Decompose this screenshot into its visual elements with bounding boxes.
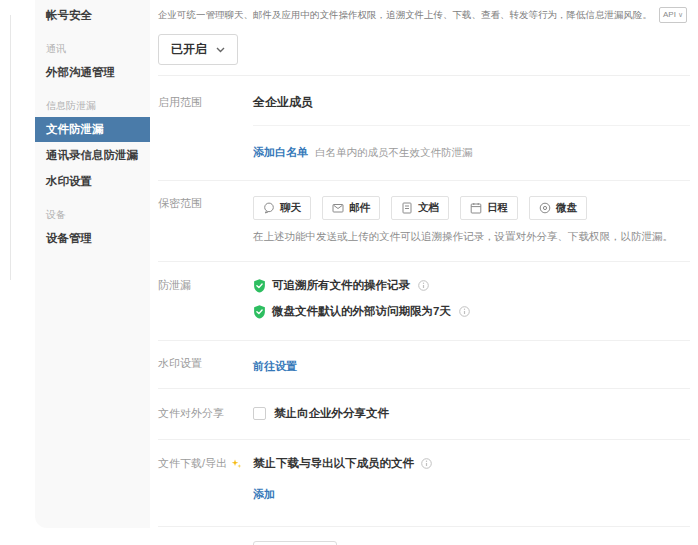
chat-icon xyxy=(263,202,275,214)
forbid-share-option: 禁止向企业外分享文件 xyxy=(253,406,690,421)
drive-icon xyxy=(539,202,551,214)
mail-icon xyxy=(332,202,344,214)
whitelist-hint: 白名单内的成员不生效文件防泄漏 xyxy=(315,146,473,158)
chevron-down-icon: ∨ xyxy=(678,10,683,21)
add-whitelist-link[interactable]: 添加白名单 xyxy=(253,146,308,158)
chip-chat-label: 聊天 xyxy=(280,201,301,215)
add-member-link[interactable]: 添加 xyxy=(253,488,275,500)
chip-calendar[interactable]: 日程 xyxy=(460,196,518,220)
info-icon[interactable] xyxy=(418,280,429,291)
row-label: 文件对外分享 xyxy=(158,406,253,421)
chip-calendar-label: 日程 xyxy=(487,201,508,215)
page-edge-line xyxy=(10,15,11,280)
add-member-line: 添加 xyxy=(253,484,690,502)
row-file-validity: 文件有效期 永久有效 xyxy=(158,527,690,545)
document-icon xyxy=(401,202,413,214)
sidebar-item-account-security[interactable]: 帐号安全 xyxy=(35,3,150,28)
chip-chat[interactable]: 聊天 xyxy=(253,196,311,220)
sidebar-item-file-leak-prevention[interactable]: 文件防泄漏 xyxy=(35,117,150,142)
prevention-item-text: 可追溯所有文件的操作记录 xyxy=(272,278,410,293)
chip-mail-label: 邮件 xyxy=(349,201,370,215)
feature-description-text: 企业可统一管理聊天、邮件及应用中的文件操作权限，追溯文件上传、下载、查看、转发等… xyxy=(158,9,652,20)
api-badge-label: API xyxy=(663,9,676,21)
chip-drive[interactable]: 微盘 xyxy=(529,196,587,220)
sidebar-section-leak-prevention: 信息防泄漏 xyxy=(35,86,150,116)
info-icon[interactable] xyxy=(459,306,470,317)
api-badge[interactable]: API∨ xyxy=(659,7,687,23)
download-restriction-title: 禁止下载与导出以下成员的文件 xyxy=(253,456,414,471)
divider xyxy=(253,125,690,126)
sidebar-item-external-communication[interactable]: 外部沟通管理 xyxy=(35,60,150,85)
row-label: 保密范围 xyxy=(158,196,253,244)
chip-mail[interactable]: 邮件 xyxy=(322,196,380,220)
row-secrecy-scope: 保密范围 聊天 邮件 文档 日程 xyxy=(158,181,690,262)
whitelist-line: 添加白名单白名单内的成员不生效文件防泄漏 xyxy=(253,142,690,160)
calendar-icon xyxy=(470,202,482,214)
row-watermark-settings: 水印设置 前往设置 xyxy=(158,341,690,389)
feature-description: 企业可统一管理聊天、邮件及应用中的文件操作权限，追溯文件上传、下载、查看、转发等… xyxy=(158,0,690,23)
new-feature-sparkle-icon xyxy=(231,458,242,469)
settings-sidebar: 帐号安全 通讯 外部沟通管理 信息防泄漏 文件防泄漏 通讯录信息防泄漏 水印设置… xyxy=(35,0,150,528)
row-external-file-share: 文件对外分享 禁止向企业外分享文件 xyxy=(158,389,690,440)
forbid-share-label: 禁止向企业外分享文件 xyxy=(274,406,389,421)
row-enable-scope: 启用范围 全企业成员 添加白名单白名单内的成员不生效文件防泄漏 xyxy=(158,76,690,181)
sidebar-section-communication: 通讯 xyxy=(35,29,150,59)
go-to-watermark-settings-link[interactable]: 前往设置 xyxy=(253,360,297,372)
sidebar-item-contacts-leak-prevention[interactable]: 通讯录信息防泄漏 xyxy=(35,143,150,168)
sidebar-item-watermark-settings[interactable]: 水印设置 xyxy=(35,169,150,194)
shield-check-icon xyxy=(253,305,266,319)
shield-check-icon xyxy=(253,279,266,293)
file-leak-prevention-panel: 企业可统一管理聊天、邮件及应用中的文件操作权限，追溯文件上传、下载、查看、转发等… xyxy=(158,0,690,545)
row-file-download-export: 文件下载/导出 禁止下载与导出以下成员的文件 添加 xyxy=(158,440,690,527)
row-label: 文件下载/导出 xyxy=(158,456,253,502)
prevention-item: 可追溯所有文件的操作记录 xyxy=(253,278,690,293)
status-dropdown-label: 已开启 xyxy=(171,41,207,58)
secrecy-chips: 聊天 邮件 文档 日程 微盘 xyxy=(253,196,690,220)
row-label: 启用范围 xyxy=(158,94,253,160)
chip-document[interactable]: 文档 xyxy=(391,196,449,220)
chip-document-label: 文档 xyxy=(418,201,439,215)
status-dropdown-button[interactable]: 已开启 xyxy=(158,34,238,65)
row-label: 防泄漏 xyxy=(158,278,253,319)
sidebar-item-device-management[interactable]: 设备管理 xyxy=(35,226,150,251)
secrecy-description: 在上述功能中发送或上传的文件可以追溯操作记录，设置对外分享、下载权限，以防泄漏。 xyxy=(253,230,690,244)
prevention-item-text: 微盘文件默认的外部访问期限为7天 xyxy=(272,304,451,319)
download-restriction-line: 禁止下载与导出以下成员的文件 xyxy=(253,456,690,471)
prevention-item: 微盘文件默认的外部访问期限为7天 xyxy=(253,304,690,319)
row-label: 文件有效期 xyxy=(158,541,253,545)
row-leak-prevention: 防泄漏 可追溯所有文件的操作记录 微盘文件默认的外部访问期限为7天 xyxy=(158,262,690,341)
download-row-label: 文件下载/导出 xyxy=(158,456,227,471)
scope-value: 全企业成员 xyxy=(253,94,690,111)
row-label: 水印设置 xyxy=(158,356,253,374)
chevron-down-icon xyxy=(216,47,225,53)
chip-drive-label: 微盘 xyxy=(556,201,577,215)
validity-dropdown-button[interactable]: 永久有效 xyxy=(253,541,337,545)
forbid-share-checkbox[interactable] xyxy=(253,407,266,420)
info-icon[interactable] xyxy=(421,458,432,469)
sidebar-section-devices: 设备 xyxy=(35,195,150,225)
